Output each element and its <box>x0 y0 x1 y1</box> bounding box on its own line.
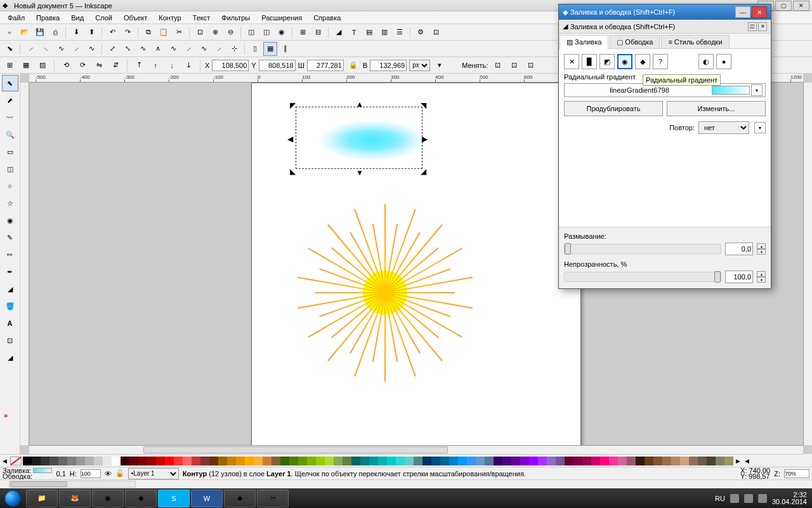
copy-icon[interactable]: ⧉ <box>141 25 155 39</box>
blur-down-button[interactable]: ▾ <box>757 249 766 255</box>
dialog-minimize-button[interactable]: — <box>735 6 750 18</box>
palette-swatch[interactable] <box>431 457 440 465</box>
paste-icon[interactable]: 📋 <box>157 25 171 39</box>
rotate-ccw-icon[interactable]: ⟲ <box>59 58 73 72</box>
stamp-icon[interactable]: ◉ <box>275 25 289 39</box>
h-status-input[interactable] <box>81 469 101 478</box>
grid-toggle-icon[interactable]: ▦ <box>263 42 277 56</box>
x-input[interactable] <box>212 60 249 71</box>
palette-swatch[interactable] <box>280 457 289 465</box>
node-cusp-icon[interactable]: ∧ <box>151 42 165 56</box>
opacity-slider[interactable] <box>564 272 721 282</box>
palette-swatch[interactable] <box>467 457 476 465</box>
start-button[interactable] <box>0 488 25 508</box>
palette-swatch[interactable] <box>547 457 556 465</box>
fill-stroke-icon[interactable]: ◢ <box>332 25 346 39</box>
tab-stroke-style[interactable]: ≡Стиль обводки <box>661 35 729 48</box>
bezier-tool-icon[interactable]: ✏ <box>2 246 18 263</box>
palette-swatch[interactable] <box>716 457 724 465</box>
text-tool-icon[interactable]: A <box>2 315 18 331</box>
palette-swatch[interactable] <box>32 457 41 465</box>
snap-path-icon[interactable]: ⟍ <box>39 42 53 56</box>
menu-layer[interactable]: Слой <box>90 13 117 23</box>
palette-swatch[interactable] <box>67 457 76 465</box>
scale-handle-n[interactable]: ▲ <box>356 100 363 107</box>
palette-swatch[interactable] <box>23 457 32 465</box>
dialog-close-sub-button[interactable]: ✕ <box>758 22 767 31</box>
scale-handle-s[interactable]: ▼ <box>356 168 363 176</box>
palette-swatch[interactable] <box>449 457 458 465</box>
menu-extensions[interactable]: Расширения <box>256 13 307 23</box>
xml-icon[interactable]: ▤ <box>362 25 376 39</box>
palette-swatch[interactable] <box>662 457 671 465</box>
zoom-tool-icon[interactable]: 🔍 <box>2 126 18 143</box>
palette-swatch[interactable] <box>502 457 511 465</box>
task-word[interactable]: W <box>191 490 223 507</box>
palette-swatch[interactable] <box>174 457 183 465</box>
palette-swatch[interactable] <box>618 457 627 465</box>
palette-swatch[interactable] <box>209 457 218 465</box>
menu-text[interactable]: Текст <box>188 13 216 23</box>
scale-handle-sw[interactable]: ◣ <box>290 167 298 175</box>
menu-path[interactable]: Контур <box>154 13 186 23</box>
palette-swatch[interactable] <box>485 457 494 465</box>
palette-swatch[interactable] <box>254 457 263 465</box>
edit-button[interactable]: Изменить... <box>667 101 766 116</box>
palette-swatch[interactable] <box>476 457 485 465</box>
layer-select[interactable]: •Layer 1 <box>128 468 179 479</box>
affect-pattern-icon[interactable]: ⊡ <box>523 58 537 72</box>
palette-swatch[interactable] <box>645 457 653 465</box>
palette-swatch[interactable] <box>129 457 138 465</box>
node-join-icon[interactable]: ⤡ <box>121 42 134 56</box>
palette-swatch[interactable] <box>440 457 449 465</box>
guides-icon[interactable]: ∥ <box>278 42 292 56</box>
palette-swatch[interactable] <box>582 457 591 465</box>
palette-swatch[interactable] <box>609 457 618 465</box>
unlink-icon[interactable]: ◫ <box>259 25 273 39</box>
palette-swatch[interactable] <box>325 457 334 465</box>
fill-flat-icon[interactable]: ▉ <box>582 54 597 69</box>
visibility-icon[interactable]: 👁 <box>105 470 112 478</box>
task-explorer[interactable]: 📁 <box>26 490 58 507</box>
node-delete-icon[interactable]: ∿ <box>136 42 150 56</box>
palette-menu-icon[interactable]: ◀ <box>742 457 751 465</box>
palette-swatch[interactable] <box>494 457 502 465</box>
unit-select[interactable]: px <box>409 60 430 71</box>
redo-icon[interactable]: ↷ <box>121 25 134 39</box>
palette-swatch[interactable] <box>192 457 200 465</box>
flip-h-icon[interactable]: ⇋ <box>92 58 106 72</box>
new-file-icon[interactable]: ▫ <box>3 25 16 39</box>
export-icon[interactable]: ⬆ <box>84 25 98 39</box>
snap-corner-icon[interactable]: ⟋ <box>69 42 83 56</box>
menu-file[interactable]: Файл <box>3 13 30 23</box>
lock-icon[interactable]: 🔓 <box>115 469 124 478</box>
menu-filters[interactable]: Фильтры <box>216 13 255 23</box>
zoom-input[interactable] <box>784 469 809 478</box>
toolbox-overflow-icon[interactable]: » <box>4 411 8 419</box>
selector-tool-icon[interactable]: ⬉ <box>2 75 18 91</box>
fill-linear-icon[interactable]: ◩ <box>599 54 615 69</box>
palette-swatch[interactable] <box>76 457 85 465</box>
palette-swatch[interactable] <box>405 457 414 465</box>
repeat-select[interactable]: нет <box>698 121 749 134</box>
prefs-icon[interactable]: ⚙ <box>414 25 428 39</box>
task-inkscape[interactable]: ◆ <box>224 490 256 507</box>
palette-swatch[interactable] <box>671 457 680 465</box>
blur-slider[interactable] <box>564 244 721 254</box>
blur-input[interactable] <box>725 243 753 255</box>
node-tool-icon[interactable]: ⬈ <box>2 92 18 109</box>
text-icon[interactable]: T <box>347 25 361 39</box>
tray-flag-icon[interactable] <box>730 494 739 503</box>
deselect-icon[interactable]: ▨ <box>36 58 49 72</box>
fill-nonzero-icon[interactable]: ● <box>716 54 731 69</box>
task-steam[interactable]: ◆ <box>125 490 157 507</box>
h-input[interactable] <box>370 60 407 71</box>
flip-v-icon[interactable]: ⇵ <box>108 58 122 72</box>
star-tool-icon[interactable]: ☆ <box>2 195 18 211</box>
scrollbar-horizontal[interactable] <box>29 445 803 454</box>
palette-swatch[interactable] <box>245 457 254 465</box>
tab-stroke-paint[interactable]: ▢Обводка <box>610 35 660 48</box>
group-icon[interactable]: ⊞ <box>296 25 310 39</box>
task-skype[interactable]: S <box>158 490 190 507</box>
close-button[interactable]: ✕ <box>793 1 809 11</box>
